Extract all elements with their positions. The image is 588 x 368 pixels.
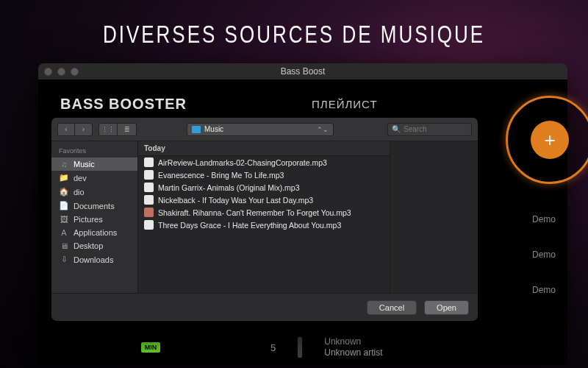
view-columns-button[interactable]: ⋮⋮ xyxy=(98,123,118,136)
now-playing: Unknown Unknown artist xyxy=(324,336,382,359)
sidebar-item-applications[interactable]: AApplications xyxy=(51,226,137,239)
sidebar-item-label: Downloads xyxy=(74,255,113,264)
window-title: Bass Boost xyxy=(38,66,567,77)
promo-headline: DIVERSES SOURCES DE MUSIQUE xyxy=(0,0,588,49)
file-row[interactable]: Shakiraft. Rihanna- Can't Remember To Fo… xyxy=(138,206,390,219)
sidebar-item-label: Documents xyxy=(74,202,115,210)
audio-file-icon xyxy=(144,170,154,180)
nav-forward-button[interactable]: › xyxy=(75,123,93,136)
list-icon: ≣ xyxy=(124,126,130,133)
audio-file-icon xyxy=(144,220,154,230)
search-icon: 🔍 xyxy=(392,125,401,133)
dialog-toolbar: ‹ › ⋮⋮ ≣ Music ⌃⌄ 🔍 xyxy=(51,118,478,141)
demo-column: Demo Demo Demo xyxy=(532,214,556,295)
app-footer: MIN 5 Unknown Unknown artist xyxy=(38,336,567,359)
file-list: Today AirReview-Landmarks-02-ChasingCorp… xyxy=(138,141,390,293)
audio-file-icon xyxy=(144,158,154,167)
search-input[interactable] xyxy=(404,125,467,133)
file-row[interactable]: Three Days Grace - I Hate Everything Abo… xyxy=(138,219,390,231)
add-highlight-ring: + xyxy=(506,96,588,184)
file-name: Evanescence - Bring Me To Life.mp3 xyxy=(158,171,284,180)
window-titlebar[interactable]: Bass Boost xyxy=(38,63,567,79)
file-row[interactable]: Nickelback - If Today Was Your Last Day.… xyxy=(138,194,390,206)
track-artist: Unknown artist xyxy=(324,347,382,359)
columns-icon: ⋮⋮ xyxy=(101,126,115,133)
sidebar-item-dev[interactable]: 📁dev xyxy=(51,171,137,185)
updown-icon: ⌃⌄ xyxy=(317,126,329,133)
eq-min-chip[interactable]: MIN xyxy=(141,342,160,353)
file-row[interactable]: AirReview-Landmarks-02-ChasingCorporate.… xyxy=(138,156,390,169)
sidebar-item-label: dev xyxy=(74,174,87,183)
chevron-left-icon: ‹ xyxy=(65,125,67,133)
app-header: BASS BOOSTER ПЛЕЙЛИСТ xyxy=(38,79,567,120)
nav-buttons: ‹ › xyxy=(57,123,93,136)
sidebar-item-downloads[interactable]: ⇩Downloads xyxy=(51,252,137,266)
demo-label: Demo xyxy=(532,285,556,295)
location-popup[interactable]: Music ⌃⌄ xyxy=(187,123,334,136)
location-label: Music xyxy=(204,125,313,133)
playlist-heading: ПЛЕЙЛИСТ xyxy=(312,98,378,110)
demo-label: Demo xyxy=(532,250,556,260)
preview-pane xyxy=(390,141,478,293)
search-field[interactable]: 🔍 xyxy=(387,123,472,136)
audio-file-icon xyxy=(144,195,154,205)
demo-label: Demo xyxy=(532,214,556,224)
dialog-body: Favorites ♫Music📁dev🏠dio📄Documents🖼Pictu… xyxy=(51,141,478,293)
file-open-dialog: ‹ › ⋮⋮ ≣ Music ⌃⌄ 🔍 Favorites ♫Music📁dev… xyxy=(51,118,478,321)
sidebar-item-label: Music xyxy=(74,160,95,169)
folder-icon xyxy=(192,126,201,133)
sidebar-item-pictures[interactable]: 🖼Pictures xyxy=(51,213,137,226)
sidebar-section-header: Favorites xyxy=(51,146,137,158)
sidebar-item-label: Desktop xyxy=(74,241,103,250)
nav-back-button[interactable]: ‹ xyxy=(57,123,75,136)
file-name: Nickelback - If Today Was Your Last Day.… xyxy=(158,196,313,205)
track-title: Unknown xyxy=(324,336,382,348)
sidebar-item-desktop[interactable]: 🖥Desktop xyxy=(51,239,137,252)
sidebar-item-icon: 📁 xyxy=(59,173,69,183)
view-mode-segment: ⋮⋮ ≣ xyxy=(98,123,137,136)
sidebar-item-label: dio xyxy=(74,188,85,197)
track-number: 5 xyxy=(270,342,276,353)
slider-handle[interactable] xyxy=(298,337,302,358)
sidebar-item-label: Applications xyxy=(74,228,117,237)
dialog-sidebar: Favorites ♫Music📁dev🏠dio📄Documents🖼Pictu… xyxy=(51,141,138,293)
sidebar-item-label: Pictures xyxy=(74,215,103,224)
app-brand: BASS BOOSTER xyxy=(60,96,187,113)
view-list-button[interactable]: ≣ xyxy=(118,123,137,136)
file-name: Shakiraft. Rihanna- Can't Remember To Fo… xyxy=(158,208,351,217)
sidebar-item-documents[interactable]: 📄Documents xyxy=(51,199,137,213)
dialog-footer: Cancel Open xyxy=(51,293,478,321)
sidebar-item-icon: ♫ xyxy=(59,160,69,169)
sidebar-item-icon: 🖥 xyxy=(59,241,69,250)
sidebar-item-icon: 📄 xyxy=(59,201,69,210)
sidebar-item-icon: A xyxy=(59,228,69,237)
sidebar-item-music[interactable]: ♫Music xyxy=(51,158,137,171)
sidebar-item-icon: 🖼 xyxy=(59,215,69,224)
sidebar-item-icon: ⇩ xyxy=(59,255,69,264)
file-name: Three Days Grace - I Hate Everything Abo… xyxy=(158,221,341,230)
cancel-button[interactable]: Cancel xyxy=(367,300,417,315)
file-row[interactable]: Martin Garrix- Animals (Original Mix).mp… xyxy=(138,181,390,194)
audio-file-icon xyxy=(144,183,154,192)
file-name: AirReview-Landmarks-02-ChasingCorporate.… xyxy=(158,158,327,167)
chevron-right-icon: › xyxy=(82,125,85,133)
file-group-header: Today xyxy=(138,141,390,156)
add-track-button[interactable]: + xyxy=(531,121,569,159)
sidebar-item-dio[interactable]: 🏠dio xyxy=(51,185,137,199)
sidebar-item-icon: 🏠 xyxy=(59,187,69,197)
file-row[interactable]: Evanescence - Bring Me To Life.mp3 xyxy=(138,169,390,181)
file-name: Martin Garrix- Animals (Original Mix).mp… xyxy=(158,183,300,192)
open-button[interactable]: Open xyxy=(424,300,469,315)
image-file-icon xyxy=(144,208,154,217)
plus-icon: + xyxy=(544,129,555,152)
